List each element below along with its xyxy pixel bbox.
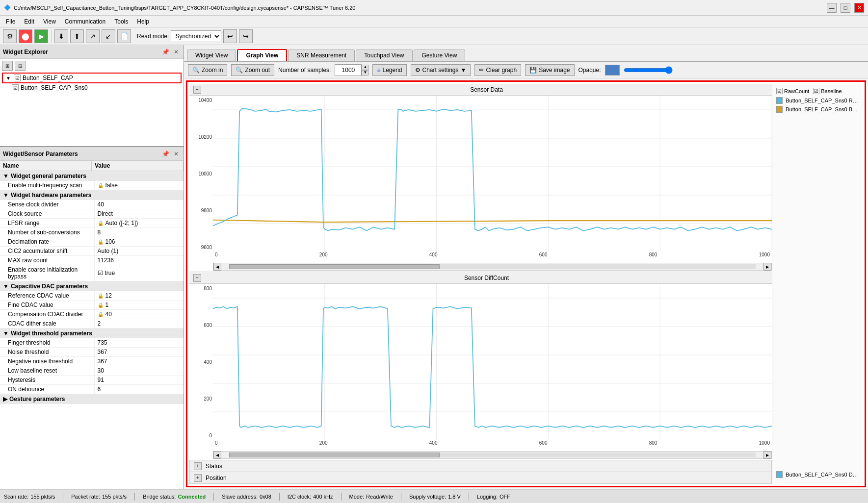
redo-btn[interactable]: ↪ <box>239 29 253 43</box>
zoom-out-button[interactable]: 🔍 Zoom out <box>231 64 274 76</box>
read-mode-label: Read mode: <box>137 33 169 40</box>
tree-checkbox-1[interactable]: ☑ <box>14 75 21 81</box>
position-panel[interactable]: + Position <box>189 472 772 484</box>
zoom-in-button[interactable]: 🔍 Zoom in <box>188 64 227 76</box>
param-val-multi-freq: 🔒 false <box>95 181 184 190</box>
group-cdac-expand: ▼ <box>3 283 9 290</box>
logging-item: Logging: OFF <box>477 494 510 500</box>
expand-all-btn[interactable]: ⊞ <box>2 61 13 71</box>
legend-cb-baseline[interactable]: ☑ Baseline <box>813 88 842 94</box>
diffcount-scroll-right[interactable]: ▶ <box>763 451 771 459</box>
tab-gesture[interactable]: Gesture View <box>414 50 466 61</box>
param-comp-cdac: Compensation CDAC divider 🔒 40 <box>0 310 184 319</box>
menu-edit[interactable]: Edit <box>20 17 38 26</box>
menu-file[interactable]: File <box>2 17 19 26</box>
settings-toolbar-btn[interactable]: ⚙ <box>3 29 17 43</box>
maximize-button[interactable]: □ <box>841 3 850 13</box>
menu-tools[interactable]: Tools <box>110 17 132 26</box>
collapse-all-btn[interactable]: ⊟ <box>15 61 26 71</box>
baseline-checkbox[interactable]: ☑ <box>813 88 819 94</box>
pv-lfsr: 🔒 Auto ([-2; 1]) <box>95 219 184 227</box>
position-expand-btn[interactable]: + <box>194 474 202 482</box>
stop-button[interactable]: ⬤ <box>19 29 32 43</box>
sensor-scrollbar[interactable]: ◀ ▶ <box>213 263 772 271</box>
group-threshold[interactable]: ▼ Widget threshold parameters <box>0 328 184 338</box>
clear-graph-icon: ✏ <box>479 67 484 74</box>
group-gesture[interactable]: ▶ Gesture parameters <box>0 394 184 404</box>
export-btn[interactable]: ↗ <box>86 29 100 43</box>
diffcount-legend-section: Button_SELF_CAP_Sns0 DiffCo <box>774 469 861 482</box>
widget-explorer-close[interactable]: ✕ <box>172 48 181 56</box>
menu-communication[interactable]: Communication <box>61 17 109 26</box>
diffcount-scrollbar[interactable]: ◀ ▶ <box>213 451 772 459</box>
sensor-scroll-thumb[interactable] <box>229 264 440 269</box>
tab-touchpad[interactable]: Touchpad View <box>356 50 412 61</box>
title-bar-text: C:/mtw/MSCLP_Self_Capacitance_Button_Tun… <box>14 5 355 11</box>
group-general[interactable]: ▼ Widget general parameters <box>0 171 184 181</box>
slave-addr-label: Slave address: <box>222 494 258 500</box>
legend-cb-rawcount[interactable]: ☑ RawCount <box>776 88 809 94</box>
samples-input[interactable] <box>335 64 362 76</box>
pn-clock-src: Clock source <box>0 209 95 218</box>
group-cdac[interactable]: ▼ Capacitive DAC parameters <box>0 281 184 291</box>
opaque-slider[interactable] <box>624 66 673 74</box>
div2 <box>134 493 135 501</box>
menu-view[interactable]: View <box>39 17 60 26</box>
tree-item-button-sns0[interactable]: ☑ Button_SELF_CAP_Sns0 <box>2 83 182 92</box>
samples-down[interactable]: ▼ <box>362 70 368 75</box>
group-hardware[interactable]: ▼ Widget hardware parameters <box>0 190 184 200</box>
doc-btn[interactable]: 📄 <box>117 29 131 43</box>
chart-settings-button[interactable]: ⚙ Chart settings ▼ <box>411 64 471 76</box>
diffcount-scroll-track[interactable] <box>229 453 756 457</box>
widget-explorer-pin[interactable]: 📌 <box>161 48 170 56</box>
clear-graph-button[interactable]: ✏ Clear graph <box>474 64 521 76</box>
diffcount-chart-plot[interactable] <box>213 284 772 440</box>
params-close[interactable]: ✕ <box>172 150 181 158</box>
import-btn[interactable]: ↙ <box>102 29 115 43</box>
sensor-chart-plot[interactable] <box>213 96 772 252</box>
tree-item-button-self-cap[interactable]: ▼ ☑ Button_SELF_CAP <box>2 73 182 83</box>
upload-btn[interactable]: ⬆ <box>70 29 84 43</box>
zoom-in-icon: 🔍 <box>192 67 200 74</box>
bridge-status-label: Bridge status: <box>143 494 176 500</box>
sensor-scroll-left[interactable]: ◀ <box>213 263 221 271</box>
sensor-collapse-btn[interactable]: − <box>193 86 201 94</box>
status-panel[interactable]: + Status <box>189 460 772 472</box>
undo-btn[interactable]: ↩ <box>223 29 237 43</box>
group-threshold-label: Widget threshold parameters <box>11 330 92 337</box>
download-btn[interactable]: ⬇ <box>54 29 68 43</box>
sensor-scroll-track[interactable] <box>229 264 756 269</box>
read-mode-select[interactable]: Synchronized Manual <box>171 30 221 42</box>
menu-help[interactable]: Help <box>133 17 153 26</box>
status-expand-btn[interactable]: + <box>194 462 202 470</box>
params-pin[interactable]: 📌 <box>161 150 170 158</box>
sensor-scroll-right[interactable]: ▶ <box>763 263 771 271</box>
pv-cdac-dither: 2 <box>95 319 184 328</box>
close-button[interactable]: ✕ <box>854 3 864 13</box>
tab-widget-view[interactable]: Widget View <box>187 50 236 61</box>
opaque-color-picker[interactable] <box>605 65 620 75</box>
minimize-button[interactable]: — <box>827 3 837 13</box>
title-bar: 🔷 C:/mtw/MSCLP_Self_Capacitance_Button_T… <box>0 0 868 16</box>
save-image-button[interactable]: 💾 Save image <box>525 64 574 76</box>
rawcount-checkbox[interactable]: ☑ <box>776 88 783 94</box>
pn-cic2: CIC2 accumulator shift <box>0 247 95 255</box>
param-neg-noise: Negative noise threshold 367 <box>0 357 184 366</box>
tree-checkbox-2[interactable]: ☑ <box>12 84 19 91</box>
group-hardware-label: Widget hardware parameters <box>11 192 92 199</box>
diffcount-scroll-left[interactable]: ◀ <box>213 451 221 459</box>
sensor-chart-title-bar: − Sensor Data <box>189 84 772 96</box>
pn-neg-noise: Negative noise threshold <box>0 357 95 366</box>
charts-main: − Sensor Data 10400 10200 10000 9800 960… <box>189 84 772 484</box>
diffcount-chart-body: 800 600 400 200 0 <box>189 284 772 440</box>
diffcount-title: Sensor DiffCount <box>205 275 768 281</box>
param-low-baseline: Low baseline reset 30 <box>0 366 184 376</box>
tab-graph-view[interactable]: Graph View <box>237 49 287 61</box>
play-button[interactable]: ▶ <box>34 29 48 43</box>
diffcount-scroll-thumb[interactable] <box>229 453 440 457</box>
diffcount-collapse-btn[interactable]: − <box>193 274 201 282</box>
tab-snr[interactable]: SNR Measurement <box>288 50 355 61</box>
samples-up[interactable]: ▲ <box>362 65 368 70</box>
legend-button[interactable]: ≡ Legend <box>372 64 406 76</box>
pv-max-raw: 11236 <box>95 256 184 265</box>
